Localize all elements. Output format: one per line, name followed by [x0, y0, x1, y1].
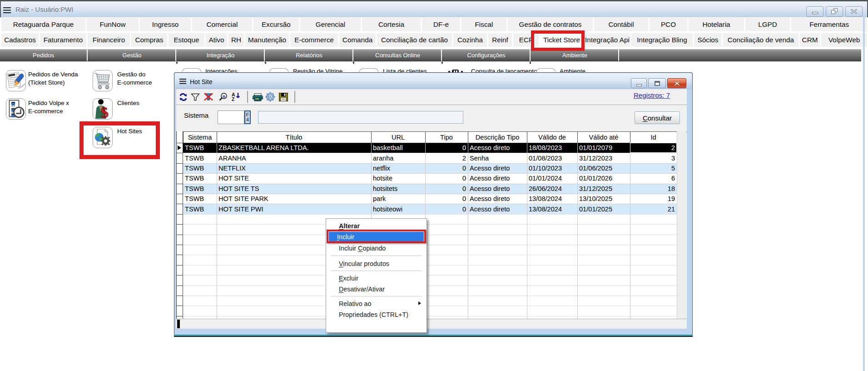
- svg-text:Z: Z: [232, 96, 235, 101]
- svg-text:$: $: [100, 104, 109, 119]
- svg-text:IA: IA: [268, 95, 272, 99]
- svg-text:n: n: [223, 94, 225, 99]
